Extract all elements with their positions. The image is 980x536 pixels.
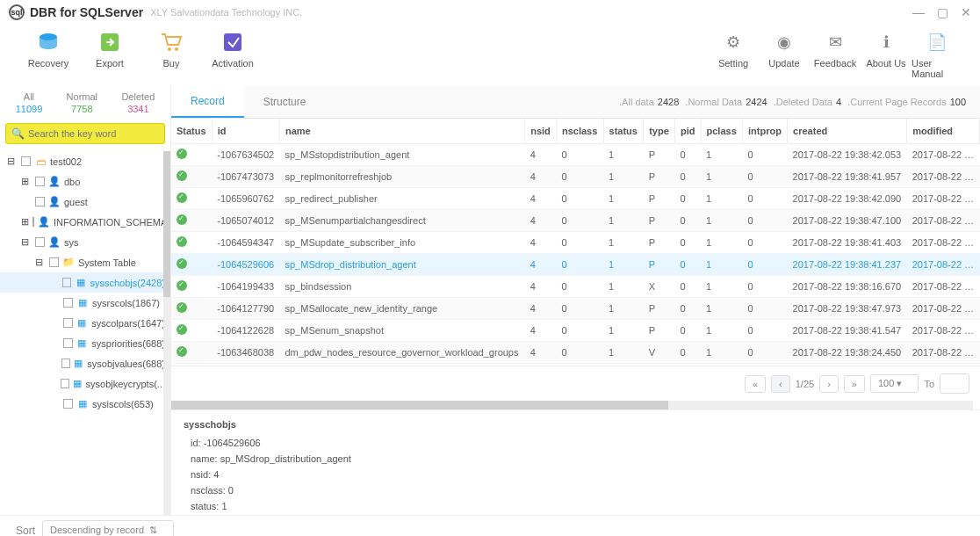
sort-select[interactable]: Descending by record ⇅	[42, 520, 174, 536]
table-row[interactable]: -1063468038dm_pdw_nodes_resource_governo…	[171, 342, 980, 364]
table-icon: ▦	[76, 297, 89, 308]
table-icon: ▦	[75, 277, 86, 288]
table-row[interactable]: -1064199433sp_bindsession401X0102017-08-…	[171, 276, 980, 298]
update-icon: ◉	[772, 30, 796, 54]
col-nsid[interactable]: nsid	[525, 119, 557, 144]
col-modified[interactable]: modified	[907, 119, 980, 144]
horizontal-scrollbar[interactable]	[171, 401, 973, 409]
status-ok-icon	[177, 148, 187, 159]
recovery-button[interactable]: Recovery	[18, 30, 79, 69]
manual-button[interactable]: 📄User Manual	[912, 30, 962, 79]
tree-item[interactable]: ▦sysobjkeycrypts(...	[0, 373, 170, 394]
tree-checkbox[interactable]	[63, 338, 73, 348]
tree-checkbox[interactable]	[49, 257, 59, 267]
col-created[interactable]: created	[788, 119, 907, 144]
expand-icon[interactable]: ⊟	[21, 236, 32, 248]
tree-item[interactable]: ⊞👤INFORMATION_SCHEMA	[0, 212, 170, 232]
logo-icon: sql	[9, 4, 25, 20]
tree-checkbox[interactable]	[61, 359, 70, 368]
col-intprop[interactable]: intprop	[742, 119, 787, 144]
table-row[interactable]: -1064529606sp_MSdrop_distribution_agent4…	[171, 254, 980, 276]
records-table[interactable]: Statusidnamensidnsclassstatustypepidpcla…	[171, 119, 980, 366]
stat-all[interactable]: All 11099	[16, 91, 43, 114]
sidebar-scrollbar[interactable]	[163, 151, 170, 515]
tree-item[interactable]: 👤guest	[0, 192, 170, 212]
table-row[interactable]: -1065960762sp_redirect_publisher401P0102…	[171, 188, 980, 210]
stat-normal[interactable]: Normal 7758	[67, 91, 97, 114]
status-ok-icon	[177, 192, 187, 203]
tab-structure[interactable]: Structure	[244, 87, 326, 117]
update-button[interactable]: ◉Update	[759, 30, 810, 79]
tree-item[interactable]: ▦syscolpars(1647)	[0, 313, 170, 333]
setting-button[interactable]: ⚙Setting	[708, 30, 759, 79]
tree-checkbox[interactable]	[61, 379, 68, 388]
stat-deleted[interactable]: Deleted 3341	[121, 91, 155, 114]
table-row[interactable]: -1065074012sp_MSenumpartialchangesdirect…	[171, 210, 980, 232]
pager-prev[interactable]: ‹	[771, 375, 790, 393]
record-meta: .All data2428 .Normal Data2424 .Deleted …	[619, 97, 980, 107]
tree-item[interactable]: ⊞👤dbo	[0, 171, 170, 192]
about-button[interactable]: ℹAbout Us	[861, 30, 912, 79]
tree-label: sysschobjs(2428)	[90, 278, 165, 288]
table-row[interactable]: -1067473073sp_replmonitorrefreshjob401P0…	[171, 166, 980, 188]
expand-icon[interactable]: ⊟	[35, 257, 46, 268]
table-row[interactable]: -1067634502sp_MSstopdistribution_agent40…	[171, 144, 980, 166]
page-size-select[interactable]: 100 ▾	[870, 374, 919, 393]
pager-page: 1/25	[796, 379, 814, 389]
tree-label: System Table	[78, 257, 136, 268]
col-type[interactable]: type	[644, 119, 675, 144]
tree-checkbox[interactable]	[32, 217, 34, 227]
pager-first[interactable]: «	[745, 375, 766, 393]
status-ok-icon	[177, 214, 187, 225]
tree-checkbox[interactable]	[62, 278, 71, 287]
col-id[interactable]: id	[212, 119, 279, 144]
tree-checkbox[interactable]	[63, 399, 73, 409]
tab-record[interactable]: Record	[171, 86, 244, 118]
pager-to-input[interactable]	[940, 373, 969, 394]
col-pid[interactable]: pid	[674, 119, 701, 144]
pager-next[interactable]: ›	[819, 375, 839, 393]
minimize-button[interactable]: —	[912, 5, 925, 19]
expand-icon[interactable]: ⊞	[21, 216, 29, 228]
maximize-button[interactable]: ▢	[937, 5, 948, 19]
export-button[interactable]: Export	[79, 30, 141, 69]
detail-line: name: sp_MSdrop_distribution_agent	[184, 451, 968, 467]
tree-item[interactable]: ▦syspriorities(688)	[0, 333, 170, 353]
tree-item[interactable]: ▦sysschobjs(2428)	[0, 272, 170, 293]
col-nsclass[interactable]: nsclass	[556, 119, 603, 144]
tree-item[interactable]: ⊟👤sys	[0, 232, 170, 252]
buy-button[interactable]: Buy	[141, 30, 202, 69]
status-ok-icon	[177, 170, 187, 181]
table-icon: ▦	[76, 317, 89, 329]
tree-item[interactable]: ⊟📁System Table	[0, 252, 170, 272]
close-button[interactable]: ✕	[961, 5, 971, 19]
search-box[interactable]: 🔍	[5, 123, 165, 144]
col-status[interactable]: status	[603, 119, 644, 144]
activation-button[interactable]: Activation	[202, 30, 263, 69]
tree-checkbox[interactable]	[35, 177, 45, 186]
tree-checkbox[interactable]	[63, 318, 73, 328]
tree-checkbox[interactable]	[35, 197, 45, 206]
table-row[interactable]: -1064127790sp_MSallocate_new_identity_ra…	[171, 298, 980, 320]
pager-last[interactable]: »	[844, 375, 865, 393]
table-row[interactable]: -1064594347sp_MSupdate_subscriber_info40…	[171, 232, 980, 254]
tree-label: sysrscols(1867)	[92, 298, 160, 308]
col-name[interactable]: name	[279, 119, 524, 144]
tree-item[interactable]: ⊟🗃test002	[0, 151, 170, 171]
status-ok-icon	[177, 302, 187, 313]
col-pclass[interactable]: pclass	[701, 119, 742, 144]
tree-checkbox[interactable]	[63, 298, 73, 308]
search-input[interactable]	[28, 128, 159, 139]
col-status[interactable]: Status	[171, 119, 212, 144]
expand-icon[interactable]: ⊟	[7, 156, 18, 167]
activation-icon	[220, 30, 245, 54]
tree-label: INFORMATION_SCHEMA	[54, 217, 167, 228]
table-row[interactable]: -1064122628sp_MSenum_snapshot401P0102017…	[171, 320, 980, 342]
tree-checkbox[interactable]	[35, 237, 45, 247]
expand-icon[interactable]: ⊞	[21, 176, 32, 187]
feedback-button[interactable]: ✉Feedback	[810, 30, 861, 79]
tree-item[interactable]: ▦sysiscols(653)	[0, 394, 170, 414]
tree-item[interactable]: ▦sysrscols(1867)	[0, 293, 170, 313]
tree-checkbox[interactable]	[21, 156, 31, 166]
tree-item[interactable]: ▦sysobjvalues(688)	[0, 353, 170, 373]
